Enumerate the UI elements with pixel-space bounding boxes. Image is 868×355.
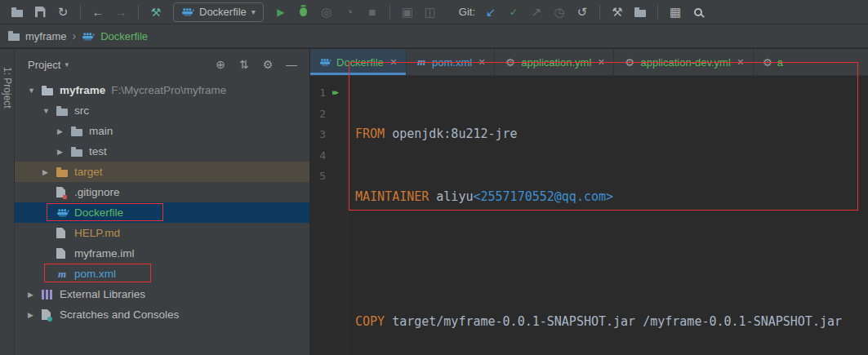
- forward-button[interactable]: →: [110, 2, 131, 22]
- tree-item-scratches[interactable]: ▶ Scratches and Consoles: [15, 304, 309, 325]
- tree-item-myframe-iml[interactable]: myframe.iml: [15, 243, 309, 264]
- project-panel-title[interactable]: Project: [28, 59, 60, 71]
- tree-item-dockerfile[interactable]: Dockerfile: [15, 202, 309, 223]
- folder-icon: [71, 149, 82, 157]
- tab-pom-xml[interactable]: m pom.xml ×: [407, 49, 495, 75]
- folder-icon: [71, 129, 82, 136]
- build-project-button[interactable]: ⚒: [145, 2, 167, 22]
- coverage-button[interactable]: ◎: [316, 2, 337, 22]
- tab-label: a: [777, 56, 783, 69]
- locate-file-icon[interactable]: ⊕: [211, 58, 230, 71]
- code-content[interactable]: FROMopenjdk:8u212-jre MAINTAINERaliyu<25…: [348, 76, 842, 355]
- tab-label: application-dev.yml: [640, 56, 730, 69]
- chevron-down-icon[interactable]: ▼: [28, 87, 42, 95]
- tab-application-dev-yml[interactable]: ⚙ application-dev.yml ×: [614, 49, 754, 75]
- tree-item-help-md[interactable]: HELP.md: [15, 223, 309, 243]
- chevron-right-icon[interactable]: ▶: [42, 168, 56, 176]
- tab-close-icon[interactable]: ×: [737, 55, 744, 69]
- run-button[interactable]: ▶: [270, 2, 292, 22]
- back-button[interactable]: ←: [87, 2, 109, 22]
- project-tool-window-button[interactable]: 1: Project: [2, 67, 13, 355]
- tree-item-pom-xml[interactable]: m pom.xml: [15, 264, 309, 284]
- tab-label: Dockerfile: [336, 56, 384, 69]
- open-project-button[interactable]: [7, 2, 28, 22]
- editor-body[interactable]: 1 ▶▶ 2 3 4 5: [310, 76, 868, 355]
- debug-button[interactable]: [293, 2, 314, 22]
- arrow-left-icon: ←: [92, 5, 105, 19]
- code-line: [355, 249, 842, 270]
- search-icon: [694, 8, 702, 16]
- folder-icon: [56, 109, 68, 116]
- tree-item-src[interactable]: ▼ src: [15, 100, 309, 121]
- tab-close-icon[interactable]: ×: [479, 55, 485, 69]
- git-rollback-button[interactable]: ↺: [572, 2, 593, 22]
- tab-close-icon[interactable]: ×: [390, 55, 397, 69]
- yaml-file-icon: ⚙: [763, 56, 772, 69]
- gutter-row: 3: [310, 124, 347, 145]
- navigation-bar: myframe › Dockerfile: [0, 24, 868, 48]
- tools-button[interactable]: ⚒: [607, 2, 628, 22]
- libraries-icon: [42, 290, 52, 300]
- breadcrumb-file[interactable]: Dockerfile: [100, 30, 148, 42]
- chevron-right-icon[interactable]: ▶: [57, 127, 71, 135]
- git-update-button[interactable]: ↙: [480, 2, 501, 22]
- hide-panel-icon[interactable]: —: [282, 58, 301, 71]
- line-number: 3: [313, 124, 326, 145]
- tree-item-target[interactable]: ▶ target: [15, 162, 309, 182]
- tab-dockerfile[interactable]: Dockerfile ×: [310, 49, 407, 75]
- docker-icon: [82, 31, 95, 42]
- maven-icon: m: [56, 268, 68, 281]
- code-text: openjdk:8u212-jre: [392, 126, 518, 141]
- profiler-button[interactable]: ◔: [339, 2, 360, 22]
- view-options-icon[interactable]: ⇅: [234, 58, 254, 71]
- git-push-button[interactable]: ↗: [526, 2, 547, 22]
- chevron-down-icon: ▾: [251, 7, 256, 16]
- chevron-right-icon[interactable]: ▶: [28, 291, 42, 299]
- tree-item-myframe[interactable]: ▼ myframe F:\MycreatPro\myframe: [15, 80, 309, 100]
- tree-item-external-libraries[interactable]: ▶ External Libraries: [15, 284, 309, 304]
- tab-application-yml[interactable]: ⚙ application.yml ×: [495, 49, 614, 75]
- code-line: MAINTAINERaliyu<2557170552@qq.com>: [355, 187, 842, 208]
- tree-item-label: pom.xml: [74, 268, 116, 280]
- attach-button[interactable]: ▣: [397, 2, 418, 22]
- folder-settings-icon: [634, 10, 646, 17]
- save-icon: [35, 7, 46, 17]
- arrow-right-icon: →: [115, 5, 127, 19]
- excluded-folder-icon: [56, 170, 68, 177]
- git-history-button[interactable]: ◷: [549, 2, 570, 22]
- layout-icon: ◫: [425, 5, 436, 20]
- line-number: 4: [313, 145, 326, 166]
- tree-item-label: myframe.iml: [74, 247, 135, 260]
- tree-item-path: F:\MycreatPro\myframe: [111, 84, 226, 96]
- git-commit-button[interactable]: ✓: [503, 2, 524, 22]
- window-layout-button[interactable]: ▦: [665, 2, 686, 22]
- chevron-down-icon[interactable]: ▾: [65, 60, 69, 69]
- restart-button[interactable]: ◫: [420, 2, 441, 22]
- tab-partial[interactable]: ⚙ a: [754, 49, 786, 75]
- chevron-right-icon[interactable]: ▶: [57, 148, 71, 156]
- run-line-icon[interactable]: ▶▶: [326, 82, 345, 104]
- chevron-down-icon[interactable]: ▼: [42, 107, 56, 115]
- settings-gear-icon[interactable]: ⚙: [258, 58, 278, 71]
- tree-item-main[interactable]: ▶ main: [15, 121, 309, 141]
- code-line: COPYtarget/myframe-0.0.1-SNAPSHOT.jar /m…: [355, 312, 842, 333]
- profiler-icon: ◔: [345, 5, 353, 19]
- attach-icon: ▣: [402, 5, 413, 20]
- code-email-link[interactable]: <2557170552@qq.com>: [473, 189, 613, 204]
- grid-icon: ▦: [670, 5, 681, 20]
- run-config-selector[interactable]: Dockerfile ▾: [173, 2, 264, 22]
- chevron-right-icon[interactable]: ▶: [28, 311, 42, 319]
- save-all-button[interactable]: [29, 2, 51, 22]
- tab-close-icon[interactable]: ×: [598, 55, 604, 69]
- wrench-icon: ⚒: [612, 5, 622, 20]
- tree-item-test[interactable]: ▶ test: [15, 141, 309, 162]
- stop-button[interactable]: ■: [362, 2, 383, 22]
- sync-button[interactable]: ↻: [52, 2, 73, 22]
- arrow-up-right-icon: ↗: [532, 5, 542, 20]
- tree-item-label: src: [74, 104, 89, 117]
- module-file-icon: [56, 248, 65, 259]
- breadcrumb-project[interactable]: myframe: [25, 30, 67, 42]
- search-everywhere-button[interactable]: [688, 2, 709, 22]
- project-structure-button[interactable]: [630, 2, 651, 22]
- tree-item-gitignore[interactable]: .gitignore: [15, 182, 309, 202]
